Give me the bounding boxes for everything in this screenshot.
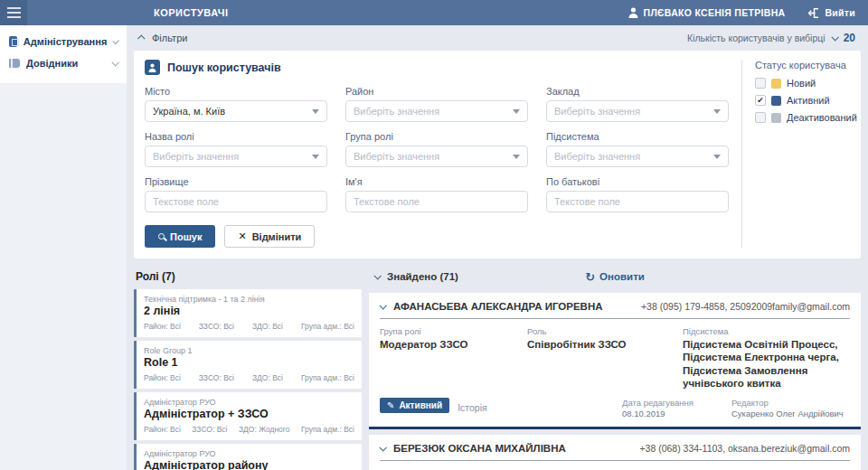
- field-label: Місто: [145, 86, 327, 97]
- checkbox-active[interactable]: [755, 95, 766, 106]
- field-label: Прізвище: [145, 176, 327, 187]
- status-badge[interactable]: ✎ Активний: [380, 398, 449, 413]
- role-group-name: Role Group 1: [144, 346, 354, 355]
- role-group-select[interactable]: Виберіть значення: [345, 146, 528, 167]
- page-title: КОРИСТУВАЧІ: [154, 7, 229, 18]
- city-select-value: Україна, м. Київ: [153, 106, 225, 117]
- refresh-icon: ↻: [585, 271, 595, 283]
- logout-button[interactable]: Вийти: [808, 7, 855, 18]
- user-name: АФАНАСЬЕВА АЛЕКСАНДРА ИГОРЕВНА: [393, 301, 603, 312]
- logout-label: Вийти: [825, 7, 855, 18]
- field-label: Назва ролі: [145, 131, 327, 142]
- edit-date-block: Дата редагування 08.10.2019: [622, 398, 693, 418]
- city-select[interactable]: Україна, м. Київ: [145, 100, 327, 122]
- role-meta-zdo: ЗДО: Жодного: [239, 425, 290, 434]
- chevron-down-icon: [111, 59, 118, 66]
- caret-down-icon: [713, 109, 721, 114]
- field-surname: Прізвище: [145, 176, 327, 212]
- sidebar-item-administration[interactable]: Адміністрування: [0, 31, 127, 52]
- selection-count-control[interactable]: Кількість користувачів у вибірці 20: [687, 32, 855, 44]
- first-name-input[interactable]: [345, 191, 528, 212]
- refresh-button[interactable]: ↻ Оновити: [585, 271, 645, 283]
- status-option-label: Деактивований: [787, 112, 857, 123]
- caret-down-icon: [312, 109, 319, 114]
- sidebar-item-directories[interactable]: Довідники: [0, 52, 127, 74]
- chevron-down-icon: [379, 444, 386, 451]
- filters-collapse-toggle[interactable]: Фільтри: [139, 33, 187, 43]
- role-name: Адміністратор + ЗЗСО: [144, 408, 354, 420]
- role-meta-zdo: ЗДО: Всі: [252, 322, 283, 331]
- institution-select[interactable]: Виберіть значення: [546, 100, 729, 122]
- role-meta-district: Район: Всі: [144, 425, 181, 434]
- filters-bar: Фільтри Кількість користувачів у вибірці…: [134, 25, 861, 51]
- checkbox-new[interactable]: [755, 78, 766, 89]
- role-name-select[interactable]: Виберіть значення: [145, 146, 327, 167]
- district-select[interactable]: Виберіть значення: [345, 100, 528, 122]
- roles-panel: Ролі (7) Технічна підтримка - 1 та 2 лін…: [134, 266, 362, 470]
- field-subsystem: Підсистема Виберіть значення: [546, 131, 729, 167]
- status-option-active[interactable]: Активний: [755, 95, 857, 106]
- role-card[interactable]: Технічна підтримка - 1 та 2 лінія 2 ліні…: [134, 289, 362, 337]
- current-user-name: ПЛЄВАКО КСЕНІЯ ПЕТРІВНА: [644, 7, 786, 18]
- found-count-label: Знайдено (71): [387, 271, 458, 282]
- editor-block: Редактор Сукаренко Олег Андрійович: [731, 398, 844, 418]
- field-label: Підсистема: [546, 131, 729, 142]
- status-filter-group: Статус користувача Новий Активний Деакти…: [741, 60, 857, 248]
- search-button[interactable]: Пошук: [145, 225, 215, 248]
- hamburger-menu-icon[interactable]: [0, 0, 27, 25]
- filters-label: Фільтри: [152, 33, 187, 43]
- edit-date-label: Дата редагування: [622, 398, 693, 408]
- current-user-menu[interactable]: ПЛЄВАКО КСЕНІЯ ПЕТРІВНА: [628, 7, 786, 18]
- user-card: АФАНАСЬЕВА АЛЕКСАНДРА ИГОРЕВНА +38 (095)…: [369, 293, 861, 429]
- administration-icon: [9, 36, 17, 47]
- field-label: Група ролі: [345, 131, 528, 142]
- role-card[interactable]: Адміністратор РУО Адміністратор + ЗЗСО Р…: [134, 392, 362, 440]
- subsystem-label: Підсистема: [683, 326, 850, 336]
- selection-count-label: Кількість користувачів у вибірці: [687, 33, 826, 43]
- user-icon: [628, 7, 638, 18]
- role-meta-zdo: ЗДО: Всі: [252, 373, 283, 382]
- role-name: Role 1: [144, 356, 354, 369]
- search-icon: [158, 233, 165, 240]
- close-icon: ✕: [238, 230, 246, 242]
- role-card[interactable]: Адміністратор РУО Адміністратор району Р…: [134, 444, 362, 470]
- cancel-button-label: Відмінити: [252, 231, 302, 242]
- results-collapse-toggle[interactable]: Знайдено (71): [374, 271, 458, 282]
- role-card[interactable]: Role Group 1 Role 1 Район: Всі ЗЗСО: Всі…: [134, 341, 362, 389]
- refresh-label: Оновити: [599, 271, 645, 282]
- field-institution: Заклад Виберіть значення: [546, 86, 729, 122]
- status-color-deactivated: [771, 113, 781, 123]
- surname-input[interactable]: [145, 191, 327, 212]
- status-option-label: Новий: [787, 78, 816, 89]
- main-content: Фільтри Кількість користувачів у вибірці…: [127, 25, 868, 470]
- sidebar-item-label: Адміністрування: [24, 36, 107, 47]
- field-label: Ім'я: [345, 176, 528, 187]
- role-meta-district: Район: Всі: [144, 322, 181, 331]
- selection-count-value: 20: [844, 32, 855, 44]
- status-option-new[interactable]: Новий: [755, 78, 857, 89]
- user-card-header[interactable]: БЕРЕЗЮК ОКСАНА МИХАЙЛІВНА +38 (068) 334-…: [380, 435, 850, 461]
- status-option-deactivated[interactable]: Деактивований: [755, 112, 857, 123]
- caret-down-icon: [513, 155, 520, 159]
- subsystem-select[interactable]: Виберіть значення: [546, 146, 729, 167]
- subsystem-value: Підсистема Освітній Процесс, Підсистема …: [683, 338, 850, 390]
- history-link[interactable]: Історія: [458, 402, 487, 413]
- role-meta-admin-group: Група адм.: Всі: [301, 373, 354, 382]
- checkbox-deactivated[interactable]: [755, 112, 766, 123]
- role-group-value: Модератор ЗЗСО: [380, 338, 527, 351]
- chevron-down-icon: [113, 38, 120, 45]
- patronymic-input[interactable]: [546, 191, 729, 212]
- cancel-button[interactable]: ✕ Відмінити: [224, 225, 315, 248]
- search-button-label: Пошук: [170, 231, 202, 242]
- field-role-name: Назва ролі Виберіть значення: [145, 131, 327, 167]
- role-meta-zzso: ЗЗСО: Всі: [199, 322, 234, 331]
- field-first-name: Ім'я: [345, 176, 528, 212]
- user-contact: +38 (068) 334-1103, oksana.bereziuk@gmai…: [639, 443, 850, 454]
- topbar: КОРИСТУВАЧІ ПЛЄВАКО КСЕНІЯ ПЕТРІВНА Вийт…: [0, 0, 868, 25]
- chevron-up-icon: [137, 34, 145, 42]
- subsystem-select-placeholder: Виберіть значення: [554, 151, 640, 162]
- editor-label: Редактор: [731, 398, 844, 408]
- user-contact: +38 (095) 179-4858, 25092009family@gmail…: [641, 301, 850, 312]
- district-select-placeholder: Виберіть значення: [354, 106, 439, 117]
- user-card-header[interactable]: АФАНАСЬЕВА АЛЕКСАНДРА ИГОРЕВНА +38 (095)…: [380, 293, 850, 319]
